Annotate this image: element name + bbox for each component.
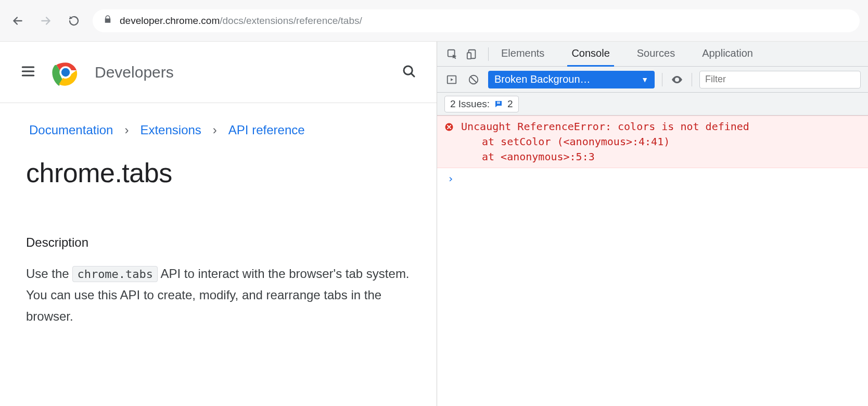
description-heading: Description: [26, 235, 411, 250]
context-selector-label: Broken Backgroun…: [494, 73, 591, 85]
chevron-right-icon: ›: [213, 123, 217, 137]
breadcrumb-link[interactable]: Documentation: [29, 123, 113, 137]
device-mode-button[interactable]: [464, 46, 480, 62]
error-text: Uncaught ReferenceError: colors is not d…: [461, 119, 749, 164]
clear-icon: [468, 74, 479, 85]
separator: [692, 73, 692, 86]
chevron-down-icon: ▼: [641, 75, 648, 84]
tab-console[interactable]: Console: [567, 42, 614, 67]
breadcrumb: Documentation › Extensions › API referen…: [0, 103, 437, 137]
tab-elements[interactable]: Elements: [497, 42, 548, 67]
page-title: chrome.tabs: [0, 137, 437, 188]
lock-icon: [103, 15, 112, 27]
inline-code: chrome.tabs: [72, 266, 158, 282]
console-sidebar-toggle[interactable]: [444, 72, 459, 87]
search-icon: [401, 64, 417, 79]
back-button[interactable]: [8, 11, 27, 30]
reload-button[interactable]: [65, 11, 83, 30]
sidebar-icon: [446, 74, 457, 85]
url-text: developer.chrome.com/docs/extensions/ref…: [120, 15, 362, 27]
breadcrumb-link[interactable]: Extensions: [140, 123, 201, 137]
reload-icon: [68, 15, 80, 27]
prompt-chevron-icon: ›: [448, 172, 454, 185]
site-title: Developers: [95, 64, 387, 81]
inspect-element-button[interactable]: [444, 46, 460, 62]
console-input[interactable]: ›: [437, 168, 868, 189]
hamburger-icon: [20, 63, 36, 80]
page-content: Developers Documentation › Extensions › …: [0, 42, 437, 406]
svg-rect-6: [467, 53, 471, 59]
description-body: Use the chrome.tabs API to interact with…: [26, 263, 411, 327]
menu-button[interactable]: [20, 63, 36, 82]
tab-application[interactable]: Application: [698, 42, 757, 67]
search-button[interactable]: [401, 64, 417, 81]
description-section: Description Use the chrome.tabs API to i…: [0, 188, 437, 327]
breadcrumb-link[interactable]: API reference: [228, 123, 305, 137]
device-icon: [466, 48, 478, 60]
error-icon: [444, 121, 454, 164]
issues-row: 2 Issues: 2: [437, 93, 868, 116]
chevron-right-icon: ›: [124, 123, 129, 137]
issues-badge[interactable]: 2 Issues: 2: [444, 96, 519, 112]
chrome-logo: [51, 58, 80, 87]
site-header: Developers: [0, 42, 437, 103]
clear-console-button[interactable]: [466, 72, 481, 87]
context-selector[interactable]: Broken Backgroun… ▼: [488, 71, 655, 88]
forward-button[interactable]: [36, 11, 55, 30]
issues-label: 2 Issues:: [450, 98, 490, 110]
issues-count: 2: [507, 98, 513, 110]
arrow-right-icon: [39, 14, 53, 28]
console-output: Uncaught ReferenceError: colors is not d…: [437, 116, 868, 406]
console-toolbar: Broken Backgroun… ▼: [437, 67, 868, 93]
devtools-tabs: Elements Console Sources Application: [437, 42, 868, 67]
message-icon: [494, 99, 503, 109]
arrow-left-icon: [11, 14, 24, 28]
browser-toolbar: developer.chrome.com/docs/extensions/ref…: [0, 0, 868, 42]
filter-input[interactable]: [699, 71, 861, 88]
address-bar[interactable]: developer.chrome.com/docs/extensions/ref…: [93, 9, 860, 32]
eye-icon: [671, 73, 683, 86]
devtools-panel: Elements Console Sources Application Bro…: [437, 42, 868, 406]
tab-sources[interactable]: Sources: [633, 42, 679, 67]
inspect-icon: [446, 48, 458, 60]
live-expression-button[interactable]: [670, 72, 684, 87]
separator: [662, 73, 662, 86]
separator: [488, 47, 489, 61]
console-error-message[interactable]: Uncaught ReferenceError: colors is not d…: [437, 116, 868, 168]
